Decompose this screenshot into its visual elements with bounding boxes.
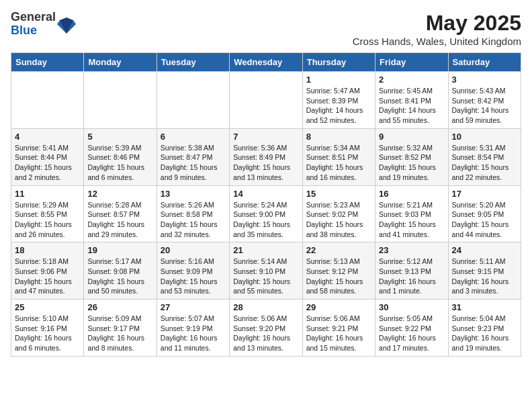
day-cell: 18Sunrise: 5:18 AM Sunset: 9:06 PM Dayli… [11, 242, 84, 300]
day-detail: Sunrise: 5:26 AM Sunset: 8:58 PM Dayligh… [161, 200, 226, 240]
day-cell: 30Sunrise: 5:05 AM Sunset: 9:22 PM Dayli… [375, 300, 448, 357]
day-number: 4 [15, 132, 80, 142]
day-cell: 13Sunrise: 5:26 AM Sunset: 8:58 PM Dayli… [157, 185, 229, 242]
day-cell: 7Sunrise: 5:36 AM Sunset: 8:49 PM Daylig… [230, 128, 302, 185]
day-cell: 27Sunrise: 5:07 AM Sunset: 9:19 PM Dayli… [157, 300, 229, 357]
day-detail: Sunrise: 5:09 AM Sunset: 9:17 PM Dayligh… [87, 314, 152, 353]
day-number: 5 [87, 132, 152, 142]
day-detail: Sunrise: 5:34 AM Sunset: 8:51 PM Dayligh… [306, 143, 371, 183]
day-cell: 19Sunrise: 5:17 AM Sunset: 9:08 PM Dayli… [84, 242, 157, 300]
day-detail: Sunrise: 5:06 AM Sunset: 9:20 PM Dayligh… [233, 314, 298, 353]
day-cell [230, 72, 302, 129]
location: Cross Hands, Wales, United Kingdom [353, 36, 521, 47]
day-detail: Sunrise: 5:36 AM Sunset: 8:49 PM Dayligh… [233, 143, 298, 183]
day-cell: 11Sunrise: 5:29 AM Sunset: 8:55 PM Dayli… [11, 185, 84, 242]
day-number: 27 [161, 302, 226, 312]
day-detail: Sunrise: 5:45 AM Sunset: 8:41 PM Dayligh… [379, 86, 444, 126]
day-number: 30 [379, 302, 444, 312]
day-number: 16 [379, 189, 444, 199]
day-cell: 26Sunrise: 5:09 AM Sunset: 9:17 PM Dayli… [84, 300, 157, 357]
day-detail: Sunrise: 5:20 AM Sunset: 9:05 PM Dayligh… [452, 200, 517, 240]
day-cell: 12Sunrise: 5:28 AM Sunset: 8:57 PM Dayli… [84, 185, 157, 242]
logo-blue: Blue [11, 24, 56, 38]
day-number: 11 [15, 189, 80, 199]
week-row-4: 18Sunrise: 5:18 AM Sunset: 9:06 PM Dayli… [11, 242, 521, 300]
day-detail: Sunrise: 5:43 AM Sunset: 8:42 PM Dayligh… [452, 86, 517, 126]
day-number: 21 [233, 245, 298, 255]
day-number: 29 [306, 302, 371, 312]
day-cell: 1Sunrise: 5:47 AM Sunset: 8:39 PM Daylig… [302, 72, 375, 129]
day-number: 8 [306, 132, 371, 142]
day-number: 14 [233, 189, 298, 199]
day-detail: Sunrise: 5:13 AM Sunset: 9:12 PM Dayligh… [306, 257, 371, 296]
weekday-header-wednesday: Wednesday [230, 53, 302, 72]
day-cell: 25Sunrise: 5:10 AM Sunset: 9:16 PM Dayli… [11, 300, 84, 357]
day-detail: Sunrise: 5:12 AM Sunset: 9:13 PM Dayligh… [379, 257, 444, 296]
day-number: 17 [452, 189, 517, 199]
week-row-1: 1Sunrise: 5:47 AM Sunset: 8:39 PM Daylig… [11, 72, 521, 129]
day-cell: 24Sunrise: 5:11 AM Sunset: 9:15 PM Dayli… [448, 242, 521, 300]
weekday-header-sunday: Sunday [11, 53, 84, 72]
week-row-5: 25Sunrise: 5:10 AM Sunset: 9:16 PM Dayli… [11, 300, 521, 357]
day-detail: Sunrise: 5:47 AM Sunset: 8:39 PM Dayligh… [306, 86, 371, 126]
day-detail: Sunrise: 5:14 AM Sunset: 9:10 PM Dayligh… [233, 257, 298, 296]
day-number: 31 [452, 302, 517, 312]
day-cell: 16Sunrise: 5:21 AM Sunset: 9:03 PM Dayli… [375, 185, 448, 242]
day-cell: 21Sunrise: 5:14 AM Sunset: 9:10 PM Dayli… [230, 242, 302, 300]
day-number: 1 [306, 75, 371, 85]
day-detail: Sunrise: 5:24 AM Sunset: 9:00 PM Dayligh… [233, 200, 298, 240]
day-number: 26 [87, 302, 152, 312]
day-cell: 8Sunrise: 5:34 AM Sunset: 8:51 PM Daylig… [302, 128, 375, 185]
day-number: 24 [452, 245, 517, 255]
weekday-header-saturday: Saturday [448, 53, 521, 72]
day-detail: Sunrise: 5:21 AM Sunset: 9:03 PM Dayligh… [379, 200, 444, 240]
month-year: May 2025 [353, 11, 521, 36]
day-number: 28 [233, 302, 298, 312]
title-section: May 2025 Cross Hands, Wales, United King… [353, 11, 521, 47]
day-number: 15 [306, 189, 371, 199]
day-detail: Sunrise: 5:17 AM Sunset: 9:08 PM Dayligh… [87, 257, 152, 296]
day-cell: 23Sunrise: 5:12 AM Sunset: 9:13 PM Dayli… [375, 242, 448, 300]
day-detail: Sunrise: 5:23 AM Sunset: 9:02 PM Dayligh… [306, 200, 371, 240]
day-number: 10 [452, 132, 517, 142]
day-number: 18 [15, 245, 80, 255]
logo-general: General [11, 11, 56, 24]
day-detail: Sunrise: 5:06 AM Sunset: 9:21 PM Dayligh… [306, 314, 371, 353]
day-cell [157, 72, 229, 129]
day-cell [84, 72, 157, 129]
day-cell: 15Sunrise: 5:23 AM Sunset: 9:02 PM Dayli… [302, 185, 375, 242]
day-detail: Sunrise: 5:16 AM Sunset: 9:09 PM Dayligh… [161, 257, 226, 296]
day-detail: Sunrise: 5:38 AM Sunset: 8:47 PM Dayligh… [161, 143, 226, 183]
logo: General Blue [11, 11, 76, 38]
day-number: 22 [306, 245, 371, 255]
day-cell: 29Sunrise: 5:06 AM Sunset: 9:21 PM Dayli… [302, 300, 375, 357]
day-number: 9 [379, 132, 444, 142]
day-detail: Sunrise: 5:05 AM Sunset: 9:22 PM Dayligh… [379, 314, 444, 353]
weekday-header-friday: Friday [375, 53, 448, 72]
day-detail: Sunrise: 5:18 AM Sunset: 9:06 PM Dayligh… [15, 257, 80, 296]
weekday-header-row: SundayMondayTuesdayWednesdayThursdayFrid… [11, 53, 521, 72]
day-cell: 20Sunrise: 5:16 AM Sunset: 9:09 PM Dayli… [157, 242, 229, 300]
logo-icon [57, 15, 76, 34]
calendar-table: SundayMondayTuesdayWednesdayThursdayFrid… [11, 52, 521, 357]
day-detail: Sunrise: 5:10 AM Sunset: 9:16 PM Dayligh… [15, 314, 80, 353]
weekday-header-thursday: Thursday [302, 53, 375, 72]
day-cell: 28Sunrise: 5:06 AM Sunset: 9:20 PM Dayli… [230, 300, 302, 357]
logo-text: General Blue [11, 11, 56, 38]
day-detail: Sunrise: 5:39 AM Sunset: 8:46 PM Dayligh… [87, 143, 152, 183]
day-detail: Sunrise: 5:04 AM Sunset: 9:23 PM Dayligh… [452, 314, 517, 353]
day-number: 20 [161, 245, 226, 255]
week-row-3: 11Sunrise: 5:29 AM Sunset: 8:55 PM Dayli… [11, 185, 521, 242]
day-detail: Sunrise: 5:32 AM Sunset: 8:52 PM Dayligh… [379, 143, 444, 183]
day-cell: 9Sunrise: 5:32 AM Sunset: 8:52 PM Daylig… [375, 128, 448, 185]
day-detail: Sunrise: 5:41 AM Sunset: 8:44 PM Dayligh… [15, 143, 80, 183]
day-cell: 17Sunrise: 5:20 AM Sunset: 9:05 PM Dayli… [448, 185, 521, 242]
day-cell: 2Sunrise: 5:45 AM Sunset: 8:41 PM Daylig… [375, 72, 448, 129]
day-number: 3 [452, 75, 517, 85]
day-cell: 22Sunrise: 5:13 AM Sunset: 9:12 PM Dayli… [302, 242, 375, 300]
day-cell: 6Sunrise: 5:38 AM Sunset: 8:47 PM Daylig… [157, 128, 229, 185]
day-number: 19 [87, 245, 152, 255]
day-detail: Sunrise: 5:28 AM Sunset: 8:57 PM Dayligh… [87, 200, 152, 240]
day-number: 25 [15, 302, 80, 312]
header-section: General Blue May 2025 Cross Hands, Wales… [11, 11, 521, 47]
